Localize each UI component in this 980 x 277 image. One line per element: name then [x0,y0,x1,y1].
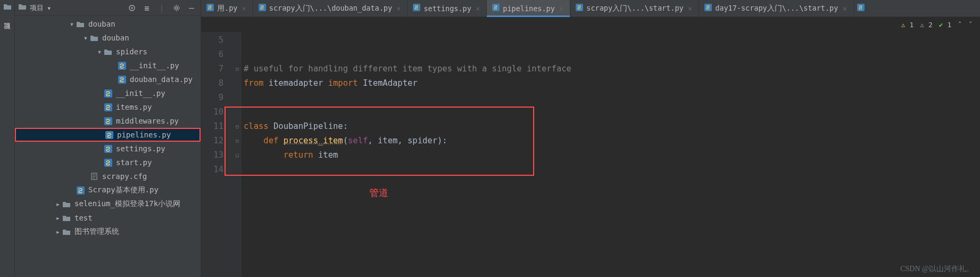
code-text: : [343,121,348,131]
tree-label: Scrapy基本使用.py [88,185,159,195]
chevron-right-icon[interactable]: ▸ [54,214,62,222]
folder-icon [62,213,71,223]
tree-folder-selenium[interactable]: ▸ selenium_模拟登录17k小说网 [15,197,201,211]
line-number: 7 [201,62,223,76]
chevron-down-icon[interactable]: ˇ [968,21,973,29]
tree-folder-douban-pkg[interactable]: ▾ douban [15,31,201,45]
ok-badge[interactable]: ✔ 1 [939,21,951,29]
hide-icon[interactable]: — [186,2,197,14]
project-sidebar: 项目 ▾ | — ▾ douban ▾ douban ▾ spiders __i… [15,0,201,277]
close-icon[interactable]: × [240,4,247,13]
divider: | [156,2,168,14]
tree-label: test [74,214,93,222]
line-number: 10 [201,105,223,119]
code-text: import [328,78,358,88]
line-number: 11 [201,119,223,134]
tree-label: douban [102,34,129,42]
close-icon[interactable]: × [687,4,693,13]
tree-file-items[interactable]: items.py [15,100,201,114]
chevron-down-icon[interactable]: ▾ [96,48,103,55]
locate-icon[interactable] [126,2,138,14]
fold-end-icon[interactable]: ⊔ [233,148,242,162]
tree-folder-book-mgmt[interactable]: ▸ 图书管理系统 [15,225,201,239]
fold-marker-icon[interactable]: ⊟ [233,62,242,76]
close-icon[interactable]: × [395,4,402,13]
code-text: , item, spider): [368,136,447,145]
tree-label: __init__.py [130,61,179,70]
close-icon[interactable]: × [841,4,848,13]
tab-label: settings.py [423,4,471,13]
tree-label: pipelines.py [117,131,171,139]
chevron-down-icon[interactable]: ▾ [47,4,51,12]
python-file-icon [206,4,214,13]
tab-start[interactable]: scrapy入门\...\start.py × [570,0,699,17]
gear-icon[interactable] [171,2,182,14]
tab-overflow[interactable] [854,0,868,17]
tab-day17-start[interactable]: day17-scrapy入门\...\start.py × [699,0,854,17]
chevron-right-icon[interactable]: ▸ [54,228,62,235]
python-file-icon [413,4,420,13]
tab-pipelines[interactable]: pipelines.py × [487,0,570,17]
tree-file-scrapy-basic[interactable]: Scrapy基本使用.py [15,183,201,197]
code-text: from [244,78,263,88]
expand-all-icon[interactable] [141,2,153,14]
fold-marker-icon[interactable]: ⊟ [233,119,242,134]
error-badge[interactable]: ⚠ 2 [920,21,932,29]
code-text: def [244,136,284,145]
editor-main: 用.py × scrapy入门\...\douban_data.py × set… [201,0,980,277]
code-text: self [348,136,368,145]
tab-douban-data[interactable]: scrapy入门\...\douban_data.py × [253,0,408,17]
close-icon[interactable]: × [558,4,564,13]
python-file-icon [103,116,113,126]
tree-label: 图书管理系统 [74,227,119,237]
tree-file-pipelines[interactable]: pipelines.py [15,128,201,142]
tree-label: middlewares.py [116,117,179,125]
tree-folder-test[interactable]: ▸ test [15,211,201,225]
chevron-up-icon[interactable]: ˆ [958,21,962,29]
tab-label: pipelines.py [503,4,555,13]
line-number: 6 [201,47,223,62]
tree-label: scrapy.cfg [102,172,147,181]
code-area[interactable]: # useful for handling different item typ… [242,32,980,277]
tab-settings[interactable]: settings.py × [408,0,487,17]
code-text: return [244,150,318,160]
ok-count: 1 [948,21,952,29]
chevron-down-icon[interactable]: ▾ [68,20,76,28]
code-editor[interactable]: 5 6 7 8 9 10 11 12 13 14 ⊟ ⊟ ⊟ ⊔ # usefu… [201,32,980,277]
line-number: 12 [201,134,223,148]
folder-icon [62,199,71,209]
tree-file-settings[interactable]: settings.py [15,142,201,156]
chevron-down-icon[interactable]: ▾ [82,34,89,42]
close-icon[interactable]: × [475,4,481,13]
tree-label: settings.py [116,144,165,153]
fold-marker-icon[interactable]: ⊟ [233,134,242,148]
tree-file-douban-data[interactable]: douban_data.py [15,72,201,86]
tree-file-middlewares[interactable]: middlewares.py [15,114,201,128]
line-number: 9 [201,91,223,105]
python-file-icon [857,4,865,13]
tab-label: day17-scrapy入门\...\start.py [715,4,838,13]
python-file-icon [576,4,583,13]
config-file-icon [89,172,99,181]
python-file-icon [103,88,113,98]
tree-label: items.py [116,103,152,111]
code-text: process_item [284,136,343,145]
chevron-right-icon[interactable]: ▸ [54,200,62,208]
python-folder-icon [103,47,113,56]
tree-file-init-spiders[interactable]: __init__.py [15,59,201,72]
python-file-icon [104,130,114,140]
tree-folder-douban[interactable]: ▾ douban [15,17,201,31]
tree-file-init-pkg[interactable]: __init__.py [15,86,201,100]
editor-tabs: 用.py × scrapy入门\...\douban_data.py × set… [201,0,980,17]
tab-yong-py[interactable]: 用.py × [201,0,253,17]
tree-label: douban [88,20,115,28]
tree-folder-spiders[interactable]: ▾ spiders [15,45,201,59]
warning-badge[interactable]: ⚠ 1 [901,21,913,29]
folder-icon [76,19,85,29]
project-tree[interactable]: ▾ douban ▾ douban ▾ spiders __init__.py … [15,16,201,277]
folder-icon[interactable] [3,3,12,14]
tree-file-scrapy-cfg[interactable]: scrapy.cfg [15,169,201,183]
line-number: 14 [201,162,223,177]
tree-label: __init__.py [116,89,165,97]
tree-file-start[interactable]: start.py [15,156,201,169]
